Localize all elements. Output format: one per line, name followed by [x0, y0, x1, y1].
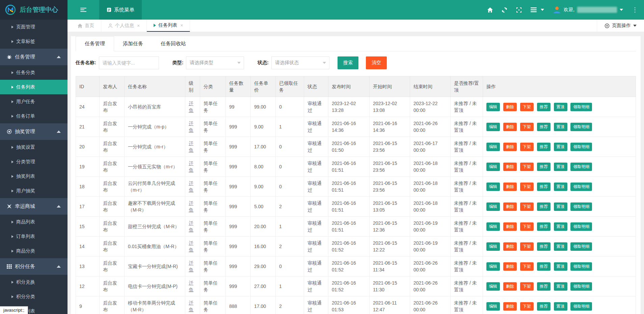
level-link[interactable]: 迁鱼: [189, 180, 193, 193]
fullscreen-icon[interactable]: [516, 7, 522, 13]
home-icon[interactable]: [487, 7, 493, 13]
refresh-icon[interactable]: [502, 7, 507, 13]
sidebar-item-lottery-settings[interactable]: 抽奖设置: [0, 140, 68, 154]
level-link[interactable]: 迁鱼: [189, 121, 193, 133]
close-icon[interactable]: ×: [180, 23, 183, 28]
user-menu[interactable]: 欢迎,: [553, 6, 623, 14]
offline-button[interactable]: 下架: [520, 242, 534, 251]
recommend-button[interactable]: 推荐: [537, 282, 551, 291]
recommend-button[interactable]: 推荐: [537, 262, 551, 271]
delete-button[interactable]: 删除: [503, 222, 517, 231]
sidebar-group-lucky-mall[interactable]: 幸运商城: [0, 198, 68, 215]
sidebar-group-points-task[interactable]: 积分任务: [0, 258, 68, 275]
pin-top-button[interactable]: 置顶: [554, 143, 567, 151]
level-link[interactable]: 迁鱼: [189, 300, 193, 312]
menu-dropdown-icon[interactable]: [531, 7, 544, 12]
close-icon[interactable]: ×: [137, 23, 140, 28]
claim-detail-button[interactable]: 领取明细: [570, 242, 592, 251]
pin-top-button[interactable]: 置顶: [554, 103, 567, 111]
more-vertical-icon[interactable]: ⋮: [632, 7, 638, 13]
offline-button[interactable]: 下架: [520, 282, 534, 291]
tab-profile[interactable]: 个人信息 ×: [101, 20, 147, 32]
sidebar-item-goods-category[interactable]: 商品分类: [0, 244, 68, 258]
claim-detail-button[interactable]: 领取明细: [570, 123, 592, 131]
delete-button[interactable]: 删除: [503, 123, 517, 131]
recommend-button[interactable]: 推荐: [537, 302, 551, 311]
search-button[interactable]: 搜索: [338, 56, 358, 69]
offline-button[interactable]: 下架: [520, 103, 534, 111]
claim-detail-button[interactable]: 领取明细: [570, 282, 592, 291]
pin-top-button[interactable]: 置顶: [554, 302, 567, 311]
level-link[interactable]: 迁鱼: [189, 141, 193, 153]
sidebar-item-points-category[interactable]: 积分分类: [0, 289, 68, 304]
claim-detail-button[interactable]: 领取明细: [570, 302, 592, 311]
edit-button[interactable]: 编辑: [486, 103, 500, 111]
recommend-button[interactable]: 推荐: [537, 242, 551, 251]
tab-task-recycle[interactable]: 任务回收站: [152, 37, 195, 51]
recommend-button[interactable]: 推荐: [537, 103, 551, 111]
offline-button[interactable]: 下架: [520, 163, 534, 171]
claim-detail-button[interactable]: 领取明细: [570, 183, 592, 191]
pin-top-button[interactable]: 置顶: [554, 123, 567, 131]
delete-button[interactable]: 删除: [503, 163, 517, 171]
edit-button[interactable]: 编辑: [486, 143, 500, 151]
recommend-button[interactable]: 推荐: [537, 123, 551, 131]
page-operations-dropdown[interactable]: 页面操作: [597, 20, 644, 32]
recommend-button[interactable]: 推荐: [537, 143, 551, 151]
offline-button[interactable]: 下架: [520, 143, 534, 151]
sidebar-group-lottery-manage[interactable]: 抽奖管理: [0, 123, 68, 140]
sidebar-item-category-manage[interactable]: 分类管理: [0, 154, 68, 169]
sidebar-item-page-manage[interactable]: 页面管理: [0, 20, 68, 34]
offline-button[interactable]: 下架: [520, 302, 534, 311]
edit-button[interactable]: 编辑: [486, 302, 500, 311]
edit-button[interactable]: 编辑: [486, 222, 500, 231]
type-select[interactable]: 请选择类型: [186, 56, 244, 69]
delete-button[interactable]: 删除: [503, 282, 517, 291]
sidebar-item-task-category[interactable]: 任务分类: [0, 65, 68, 80]
edit-button[interactable]: 编辑: [486, 163, 500, 171]
sidebar-item-order-list[interactable]: 订单列表: [0, 229, 68, 244]
edit-button[interactable]: 编辑: [486, 183, 500, 191]
sidebar-item-goods-list[interactable]: 商品列表: [0, 215, 68, 229]
edit-button[interactable]: 编辑: [486, 282, 500, 291]
tab-task-list[interactable]: 任务列表 ×: [147, 20, 190, 32]
pin-top-button[interactable]: 置顶: [554, 183, 567, 191]
sidebar-item-user-lottery[interactable]: 用户抽奖: [0, 184, 68, 198]
level-link[interactable]: 迁鱼: [189, 220, 193, 233]
delete-button[interactable]: 删除: [503, 183, 517, 191]
recommend-button[interactable]: 推荐: [537, 202, 551, 211]
sidebar-item-task-order[interactable]: 任务订单: [0, 109, 68, 123]
level-link[interactable]: 迁鱼: [189, 101, 193, 113]
tab-task-manage[interactable]: 任务管理: [76, 36, 114, 51]
pin-top-button[interactable]: 置顶: [554, 262, 567, 271]
sidebar-group-task-manage[interactable]: 任务管理: [0, 49, 68, 65]
claim-detail-button[interactable]: 领取明细: [570, 262, 592, 271]
level-link[interactable]: 迁鱼: [189, 200, 193, 213]
offline-button[interactable]: 下架: [520, 262, 534, 271]
sidebar-item-article-tags[interactable]: 文章标签: [0, 34, 68, 49]
recommend-button[interactable]: 推荐: [537, 183, 551, 191]
claim-detail-button[interactable]: 领取明细: [570, 222, 592, 231]
status-select[interactable]: 请选择状态: [271, 56, 329, 69]
sidebar-item-user-task[interactable]: 用户任务: [0, 94, 68, 109]
delete-button[interactable]: 删除: [503, 242, 517, 251]
clear-button[interactable]: 清空: [366, 56, 387, 69]
sidebar-item-task-list[interactable]: 任务列表: [0, 80, 68, 94]
tab-add-task[interactable]: 添加任务: [114, 37, 152, 51]
claim-detail-button[interactable]: 领取明细: [570, 202, 592, 211]
pin-top-button[interactable]: 置顶: [554, 222, 567, 231]
pin-top-button[interactable]: 置顶: [554, 202, 567, 211]
pin-top-button[interactable]: 置顶: [554, 242, 567, 251]
system-menu-tab[interactable]: 系统菜单: [99, 0, 142, 20]
recommend-button[interactable]: 推荐: [537, 222, 551, 231]
edit-button[interactable]: 编辑: [486, 242, 500, 251]
pin-top-button[interactable]: 置顶: [554, 282, 567, 291]
sidebar-toggle-button[interactable]: [68, 0, 99, 20]
offline-button[interactable]: 下架: [520, 202, 534, 211]
tab-home[interactable]: 首页: [71, 20, 101, 32]
edit-button[interactable]: 编辑: [486, 202, 500, 211]
claim-detail-button[interactable]: 领取明细: [570, 163, 592, 171]
delete-button[interactable]: 删除: [503, 103, 517, 111]
level-link[interactable]: 迁鱼: [189, 161, 193, 173]
offline-button[interactable]: 下架: [520, 222, 534, 231]
